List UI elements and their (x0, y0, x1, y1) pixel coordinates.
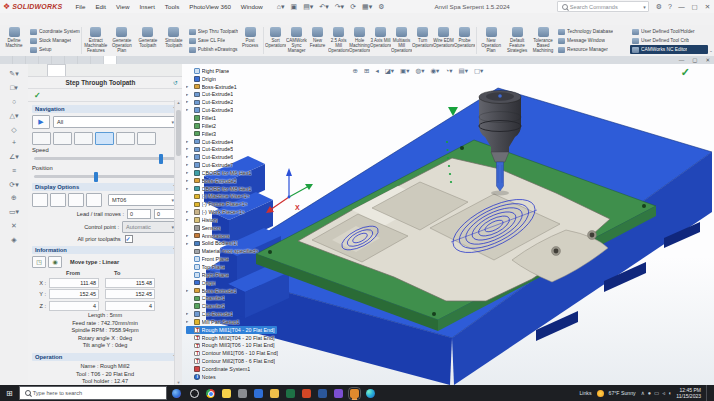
ribbon-button[interactable]: Message Window (556, 36, 630, 45)
ribbon-button[interactable]: Technology Database (556, 27, 630, 36)
ribbon-tab[interactable] (39, 56, 52, 64)
view-tool-icon[interactable]: ▤▾ (456, 66, 470, 76)
search-commands-input[interactable]: Search Commands ▾ (557, 1, 649, 12)
step-button[interactable] (32, 132, 51, 145)
ribbon-tab[interactable] (91, 56, 104, 64)
tree-item[interactable]: Coordinate System1 (186, 365, 250, 373)
ribbon-button[interactable]: Default Feature Strategies (504, 25, 530, 56)
menu-item[interactable]: Edit (90, 0, 111, 13)
tree-item[interactable]: Cut-Extrude5 (186, 145, 233, 153)
display-toggle-button[interactable] (86, 193, 102, 207)
navigation-mode-select[interactable]: All▾ (53, 116, 178, 128)
panel-tab[interactable] (83, 64, 100, 76)
display-toggle-button[interactable] (32, 193, 48, 207)
display-options-section-header[interactable]: Display Optionsˆ (32, 183, 178, 191)
quick-access-icon[interactable]: ↶▾ (316, 0, 331, 13)
taskbar-app-icon[interactable] (270, 389, 279, 398)
tree-item[interactable]: Origin (186, 279, 216, 287)
tool-icon[interactable]: ▭▾ (9, 208, 19, 215)
ribbon-button[interactable]: Wire EDM Operations (433, 25, 454, 56)
speed-slider[interactable] (34, 157, 176, 160)
view-tool-icon[interactable]: ◪▾ (382, 66, 396, 76)
tree-item[interactable]: (-) Machine Vise<1> (186, 193, 250, 201)
view-tool-icon[interactable]: ⊞ (361, 66, 371, 76)
information-section-header[interactable]: Informationˆ (32, 246, 178, 254)
display-toggle-button[interactable] (50, 193, 66, 207)
tree-item[interactable]: (-) Work Piece<1> (186, 208, 245, 216)
tree-item[interactable]: History (186, 216, 218, 224)
tree-item[interactable]: Right Plane (186, 271, 229, 279)
menu-item[interactable]: PhotoView 360 (184, 0, 236, 13)
quick-access-icon[interactable]: ↷▾ (332, 0, 347, 13)
minimize-button[interactable]: — (675, 0, 688, 13)
tree-item[interactable]: Chamfer1 (186, 294, 225, 302)
taskbar-app-icon[interactable] (206, 389, 215, 398)
navigation-section-header[interactable]: Navigationˆ (32, 105, 178, 113)
panel-tab[interactable] (151, 64, 168, 76)
ribbon-button[interactable]: Hole Machining Operations (349, 25, 370, 56)
tree-item[interactable]: Cut-Extrude1 (186, 91, 233, 99)
ribbon-tab[interactable] (65, 56, 78, 64)
tool-icon[interactable]: ≡ (12, 167, 16, 174)
ribbon-button[interactable]: Generate Toolpath (135, 25, 161, 56)
tool-icon[interactable]: ⟳▾ (9, 181, 18, 188)
help-button[interactable]: ? (665, 0, 675, 13)
tool-icon[interactable]: ✕ (11, 222, 17, 229)
ribbon-button[interactable]: Define Machine (0, 25, 28, 56)
speed-slider-handle[interactable] (159, 154, 163, 164)
tree-item[interactable]: Material <not specified> (186, 247, 259, 255)
tree-item[interactable]: Top Plane (186, 263, 225, 271)
quick-access-icon[interactable]: ▤▾ (300, 0, 316, 13)
view-tool-icon[interactable]: ◔▾ (443, 66, 455, 76)
restore-button[interactable]: ▢ (688, 0, 701, 13)
tree-item[interactable]: Chamfer2 (186, 302, 225, 310)
operation-section-header[interactable]: Operationˆ (32, 353, 178, 361)
step-button[interactable] (53, 132, 72, 145)
view-tool-icon[interactable]: ▣▾ (398, 66, 412, 76)
cortana-icon[interactable] (172, 389, 181, 398)
system-tray-icon[interactable]: ● (648, 390, 651, 396)
ribbon-button[interactable]: Tolerance Based Machining (530, 25, 556, 56)
panel-tab[interactable] (100, 64, 117, 76)
confirmation-check-icon[interactable]: ✓ (681, 66, 690, 79)
tree-item[interactable]: Right Plane (186, 67, 229, 75)
display-toggle-button[interactable] (68, 193, 84, 207)
info-tool-button[interactable]: ◉ (48, 256, 62, 268)
panel-tab[interactable] (66, 64, 83, 76)
tree-item[interactable]: Rough Mill2[T04 - 20 Flat End] (186, 334, 275, 342)
ribbon-button[interactable]: Sort Operations (265, 25, 286, 56)
document-window-button[interactable]: ▢ (688, 56, 701, 64)
ribbon-tab[interactable] (104, 56, 117, 64)
show-desktop-button[interactable] (706, 385, 710, 401)
ribbon-button[interactable]: Publish eDrawings (187, 45, 238, 54)
tree-item[interactable]: Boss-Extrude1 (186, 287, 237, 295)
taskbar-app-icon[interactable] (190, 389, 199, 398)
ribbon-button[interactable]: Turn Operations (412, 25, 433, 56)
clock[interactable]: 12:45 PM11/15/2023 (676, 387, 701, 399)
step-button[interactable] (116, 132, 135, 145)
info-tool-button[interactable]: ◳ (32, 256, 46, 268)
menu-item[interactable]: File (70, 0, 90, 13)
ribbon-button[interactable]: Generate Operation Plan (109, 25, 135, 56)
ribbon-button[interactable]: User Defined Tool Crib (630, 36, 708, 45)
step-button[interactable] (137, 132, 156, 145)
taskbar-app-icon[interactable] (366, 389, 375, 398)
panel-scrollbar[interactable]: ▲▼ (174, 100, 182, 385)
tool-display-select[interactable]: MT06▾ (108, 194, 178, 206)
lead-moves-input[interactable]: 0 (127, 209, 151, 219)
system-tray-icon[interactable]: ∧ (641, 390, 645, 396)
quick-access-icon[interactable]: ⚙ (375, 0, 387, 13)
tree-item[interactable]: Cut-Extrude7 (186, 161, 233, 169)
ribbon-tab[interactable] (0, 56, 13, 64)
system-tray-icon[interactable]: ◖ (668, 390, 671, 396)
links-toolbar-label[interactable]: Links (579, 390, 591, 396)
tree-item[interactable]: Fillet1 (186, 114, 216, 122)
menu-item[interactable]: View (111, 0, 134, 13)
ribbon-button[interactable]: User Defined Tool/Holder (630, 27, 708, 36)
play-button[interactable]: ▶ (32, 115, 50, 129)
step-button[interactable] (74, 132, 93, 145)
panel-tab[interactable] (47, 64, 66, 76)
quick-access-icon[interactable]: ▣ (288, 0, 301, 13)
view-tool-icon[interactable]: ▢▾ (471, 66, 485, 76)
options-gear-button[interactable]: ⚙ (653, 0, 665, 13)
